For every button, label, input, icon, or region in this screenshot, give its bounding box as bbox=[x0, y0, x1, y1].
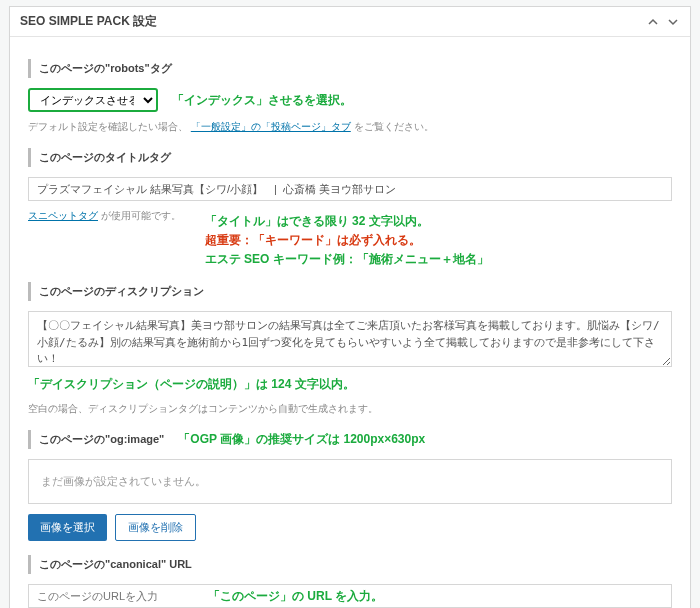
ogimage-annotation: 「OGP 画像」の推奨サイズは 1200px×630px bbox=[178, 431, 425, 448]
robots-help-pre: デフォルト設定を確認したい場合、 bbox=[28, 121, 188, 132]
title-annot-2: 超重要：「キーワード」は必ず入れる。 bbox=[205, 232, 489, 249]
robots-help-link[interactable]: 「一般設定」の「投稿ページ」タブ bbox=[191, 121, 351, 132]
snippet-after: が使用可能です。 bbox=[98, 210, 181, 221]
expand-icon[interactable] bbox=[666, 15, 680, 29]
panel-header[interactable]: SEO SIMPLE PACK 設定 bbox=[10, 7, 690, 37]
title-annot-3: エステ SEO キーワード例：「施術メニュー＋地名」 bbox=[205, 251, 489, 268]
collapse-icon[interactable] bbox=[646, 15, 660, 29]
title-snippet-note: スニペットタグ が使用可能です。 bbox=[28, 209, 181, 223]
panel-body: このページの"robots"タグ インデックスさせる 「インデックス」させるを選… bbox=[10, 37, 690, 608]
title-section: このページのタイトルタグ スニペットタグ が使用可能です。 「タイトル」はできる… bbox=[28, 148, 672, 268]
ogimage-preview: まだ画像が設定されていません。 bbox=[28, 459, 672, 504]
title-heading: このページのタイトルタグ bbox=[28, 148, 672, 167]
canonical-heading: このページの"canonical" URL bbox=[28, 555, 672, 574]
robots-help-post: をご覧ください。 bbox=[354, 121, 434, 132]
description-section: このページのディスクリプション 「デイスクリプション（ページの説明）」は 124… bbox=[28, 282, 672, 416]
robots-section: このページの"robots"タグ インデックスさせる 「インデックス」させるを選… bbox=[28, 59, 672, 134]
canonical-input[interactable] bbox=[28, 584, 672, 608]
title-annot-1: 「タイトル」はできる限り 32 文字以内。 bbox=[205, 213, 489, 230]
robots-select[interactable]: インデックスさせる bbox=[28, 88, 158, 112]
description-heading: このページのディスクリプション bbox=[28, 282, 672, 301]
description-textarea[interactable] bbox=[28, 311, 672, 367]
select-image-button[interactable]: 画像を選択 bbox=[28, 514, 107, 541]
panel-title: SEO SIMPLE PACK 設定 bbox=[20, 13, 157, 30]
ogimage-empty-text: まだ画像が設定されていません。 bbox=[41, 475, 206, 487]
canonical-section: このページの"canonical" URL 「このページ」の URL を入力。 … bbox=[28, 555, 672, 608]
robots-heading: このページの"robots"タグ bbox=[28, 59, 672, 78]
description-annotation: 「デイスクリプション（ページの説明）」は 124 文字以内。 bbox=[28, 377, 355, 391]
title-input[interactable] bbox=[28, 177, 672, 201]
robots-help: デフォルト設定を確認したい場合、 「一般設定」の「投稿ページ」タブ をご覧くださ… bbox=[28, 120, 672, 134]
robots-annotation: 「インデックス」させるを選択。 bbox=[172, 92, 352, 109]
panel-header-icons bbox=[646, 15, 680, 29]
ogimage-heading: このページの"og:image" bbox=[28, 430, 164, 449]
delete-image-button[interactable]: 画像を削除 bbox=[115, 514, 196, 541]
description-note: 空白の場合、ディスクリプションタグはコンテンツから自動で生成されます。 bbox=[28, 402, 672, 416]
seo-settings-panel: SEO SIMPLE PACK 設定 このページの"robots"タグ インデッ… bbox=[9, 6, 691, 608]
title-annotations: 「タイトル」はできる限り 32 文字以内。 超重要：「キーワード」は必ず入れる。… bbox=[205, 213, 489, 268]
ogimage-section: このページの"og:image" 「OGP 画像」の推奨サイズは 1200px×… bbox=[28, 430, 672, 541]
snippet-tag-link[interactable]: スニペットタグ bbox=[28, 210, 98, 221]
